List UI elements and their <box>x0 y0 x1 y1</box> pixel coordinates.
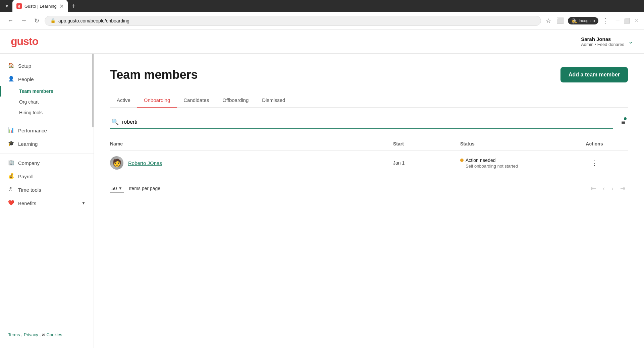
sidebar-label-time-tools: Time tools <box>18 187 41 193</box>
refresh-button[interactable]: ↻ <box>32 16 41 26</box>
status-dot <box>460 159 464 162</box>
status-label: Action needed <box>466 158 496 163</box>
pagination-controls: ⇤ ‹ › ⇥ <box>588 183 628 193</box>
status-sublabel: Self onboarding not started <box>466 164 561 169</box>
browser-tab-dropdown[interactable]: ▼ <box>3 0 11 12</box>
tab-offboarding[interactable]: Offboarding <box>216 93 255 108</box>
tab-close-btn[interactable]: ✕ <box>59 3 64 9</box>
sidebar-item-company[interactable]: 🏢 Company <box>0 156 94 170</box>
sidebar-label-hiring-tools: Hiring tools <box>19 110 43 115</box>
app-header: gusto Sarah Jonas Admin • Feed donares ⌄ <box>0 29 644 54</box>
sidebar-label-team-members: Team members <box>19 88 53 94</box>
per-page-arrow-icon: ▼ <box>118 186 122 191</box>
items-per-page-label: Items per page <box>129 186 160 191</box>
benefits-icon: ❤️ <box>8 200 15 206</box>
minimize-button[interactable]: ─ <box>616 17 620 24</box>
tabs-bar: Active Onboarding Candidates Offboarding… <box>110 93 628 108</box>
per-page-value: 50 <box>111 185 117 191</box>
user-profile-dropdown[interactable]: Sarah Jonas Admin • Feed donares ⌄ <box>581 36 633 47</box>
sidebar-item-time-tools[interactable]: ⏱ Time tools <box>0 183 94 196</box>
sidebar-label-learning: Learning <box>18 141 38 147</box>
privacy-link[interactable]: Privacy <box>24 332 38 337</box>
learning-icon: 🎓 <box>8 140 15 147</box>
tab-onboarding[interactable]: Onboarding <box>137 93 177 108</box>
forward-button[interactable]: → <box>19 16 29 25</box>
bookmark-button[interactable]: ☆ <box>544 16 552 26</box>
member-name-link[interactable]: Roberto JOnas <box>128 160 162 166</box>
back-button[interactable]: ← <box>5 16 15 25</box>
last-page-button[interactable]: ⇥ <box>618 183 628 193</box>
sidebar-item-payroll[interactable]: 💰 Payroll <box>0 170 94 183</box>
avatar: 🧑 <box>110 156 123 170</box>
sidebar-label-performance: Performance <box>18 128 47 133</box>
url-display: app.gusto.com/people/onboarding <box>58 18 535 23</box>
col-actions: Actions <box>561 141 628 146</box>
sidebar-label-setup: Setup <box>18 63 31 69</box>
search-container: 🔍 <box>110 116 613 129</box>
menu-button[interactable]: ⋮ <box>601 16 610 26</box>
terms-link[interactable]: Terms <box>8 332 20 337</box>
next-page-button[interactable]: › <box>609 184 616 193</box>
prev-page-button[interactable]: ‹ <box>600 184 607 193</box>
new-tab-button[interactable]: + <box>69 2 78 10</box>
row-actions-menu-button[interactable]: ⋮ <box>588 158 600 168</box>
sidebar-scrollbar[interactable] <box>92 54 94 127</box>
col-name: Name <box>110 141 393 146</box>
sidebar-item-performance[interactable]: 📊 Performance <box>0 124 94 137</box>
table-header: Name Start Status Actions <box>110 137 628 151</box>
browser-nav-icons: ☆ ⬜ 🕵 Incognito ⋮ <box>544 16 610 26</box>
search-input[interactable] <box>122 119 612 125</box>
per-page-selector[interactable]: 50 ▼ <box>110 184 124 193</box>
sidebar-footer: Terms , Privacy , & Cookies <box>0 326 94 343</box>
active-browser-tab[interactable]: g Gusto | Learning ✕ <box>12 0 68 12</box>
sidebar-item-people[interactable]: 👤 People <box>0 72 94 86</box>
sidebar: 🏠 Setup 👤 People Team members Org chart … <box>0 54 94 348</box>
user-name: Sarah Jonas <box>581 36 624 42</box>
address-bar[interactable]: 🔒 app.gusto.com/people/onboarding <box>45 16 541 26</box>
sidebar-label-people: People <box>18 76 34 82</box>
sidebar-item-benefits[interactable]: ❤️ Benefits ▼ <box>0 196 94 210</box>
tab-dismissed[interactable]: Dismissed <box>255 93 292 108</box>
sidebar-label-benefits: Benefits <box>18 200 36 206</box>
tab-candidates[interactable]: Candidates <box>177 93 216 108</box>
incognito-badge: 🕵 Incognito <box>568 17 598 24</box>
footer-separator-2: , & <box>40 332 47 337</box>
col-status: Status <box>460 141 561 146</box>
people-icon: 👤 <box>8 76 15 82</box>
table-row: 🧑 Roberto JOnas Jan 1 Action needed Self… <box>110 151 628 175</box>
status-cell: Action needed Self onboarding not starte… <box>460 158 561 169</box>
start-date-cell: Jan 1 <box>393 160 460 166</box>
sidebar-divider-1 <box>0 121 94 121</box>
sidebar-label-org-chart: Org chart <box>19 99 39 105</box>
col-start: Start <box>393 141 460 146</box>
tab-active[interactable]: Active <box>110 93 137 108</box>
maximize-button[interactable]: ⬜ <box>624 17 630 24</box>
member-cell: 🧑 Roberto JOnas <box>110 156 393 170</box>
page-header: Team members Add a team member <box>110 67 628 82</box>
gusto-logo[interactable]: gusto <box>11 35 38 48</box>
close-window-button[interactable]: ✕ <box>634 17 639 24</box>
browser-nav-bar: ← → ↻ 🔒 app.gusto.com/people/onboarding … <box>0 12 644 29</box>
profile-chevron-icon: ⌄ <box>628 38 633 45</box>
sidebar-label-company: Company <box>18 160 40 166</box>
filter-active-dot <box>624 117 627 120</box>
filter-button[interactable]: ≡ <box>619 117 628 128</box>
first-page-button[interactable]: ⇤ <box>588 183 599 193</box>
window-controls: ─ ⬜ ✕ <box>616 17 639 24</box>
sidebar-item-setup[interactable]: 🏠 Setup <box>0 59 94 72</box>
add-team-member-button[interactable]: Add a team member <box>560 67 628 82</box>
pagination-row: 50 ▼ Items per page ⇤ ‹ › ⇥ <box>110 183 628 193</box>
tab-favicon: g <box>16 3 22 9</box>
sidebar-item-org-chart[interactable]: Org chart <box>0 97 94 107</box>
sidebar-item-hiring-tools[interactable]: Hiring tools <box>0 107 94 118</box>
sidebar-label-payroll: Payroll <box>18 174 34 179</box>
payroll-icon: 💰 <box>8 173 15 180</box>
sidebar-item-learning[interactable]: 🎓 Learning <box>0 137 94 150</box>
profile-button[interactable]: ⬜ <box>555 16 565 26</box>
performance-icon: 📊 <box>8 127 15 134</box>
sidebar-divider-2 <box>0 153 94 154</box>
cookies-link[interactable]: Cookies <box>47 332 62 337</box>
main-content: Team members Add a team member Active On… <box>94 54 644 348</box>
sidebar-item-team-members[interactable]: Team members <box>0 86 94 97</box>
company-icon: 🏢 <box>8 160 15 166</box>
